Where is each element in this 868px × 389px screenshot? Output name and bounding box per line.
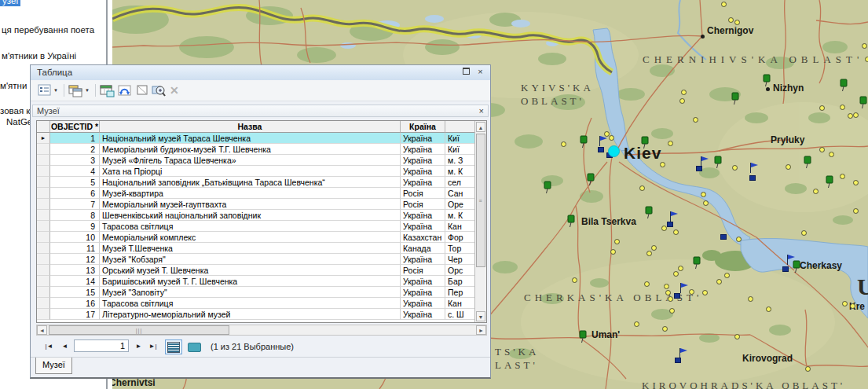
toc-layer-item[interactable]: узеї	[0, 0, 20, 6]
scroll-up-icon[interactable]: ▲	[476, 122, 485, 132]
table-row[interactable]: 12Музей "Кобзаря"УкраїнаЧер	[37, 254, 475, 265]
selector-header[interactable]	[37, 121, 50, 133]
museum-point-marker[interactable]	[572, 277, 577, 283]
table-row[interactable]: 16Тарасова світлицяУкраїнаКан	[37, 298, 475, 309]
blue-flag-marker[interactable]	[679, 282, 689, 294]
next-record-button[interactable]: ►	[132, 339, 145, 353]
row-selector-cell[interactable]	[37, 144, 50, 155]
toc-layer-item[interactable]: NatGe	[6, 117, 32, 127]
museum-point-marker[interactable]	[561, 141, 566, 147]
table-row[interactable]: 14Баришівський музей Т. Г. ШевченкаУкраї…	[37, 276, 475, 287]
horizontal-scrollbar[interactable]: ◄ ||| ►	[36, 325, 487, 336]
blue-square-marker[interactable]	[696, 166, 702, 171]
museum-point-marker[interactable]	[673, 229, 679, 235]
blue-flag-marker[interactable]	[668, 211, 679, 222]
last-record-button[interactable]: ►|	[146, 339, 159, 353]
table-row[interactable]: 8Шевченківський національний заповідникУ…	[37, 210, 475, 221]
museum-point-marker[interactable]	[801, 230, 807, 236]
museum-point-marker[interactable]	[848, 113, 853, 119]
row-selector-cell[interactable]	[37, 276, 50, 287]
museum-point-marker[interactable]	[662, 326, 668, 332]
row-selector-cell[interactable]	[37, 254, 50, 265]
blue-flag-marker[interactable]	[786, 254, 796, 266]
museum-point-marker[interactable]	[850, 303, 855, 309]
museum-point-marker[interactable]	[646, 251, 652, 256]
row-selector-cell[interactable]	[37, 309, 50, 320]
museum-point-marker[interactable]	[766, 306, 771, 312]
switch-selection-icon[interactable]	[117, 83, 134, 98]
museum-point-marker[interactable]	[728, 17, 734, 23]
row-selector-cell[interactable]	[37, 155, 50, 166]
museum-point-marker[interactable]	[862, 43, 867, 49]
row-selector-cell[interactable]	[37, 166, 50, 177]
museum-point-marker[interactable]	[634, 321, 639, 327]
museum-point-marker[interactable]	[829, 152, 834, 157]
green-pushpin-marker[interactable]	[691, 256, 701, 270]
row-selector-cell[interactable]	[37, 287, 50, 298]
museum-point-marker[interactable]	[865, 57, 868, 62]
museum-point-marker[interactable]	[819, 147, 825, 152]
column-header[interactable]	[445, 121, 475, 133]
vertical-scroll-thumb[interactable]: ≡	[476, 134, 485, 267]
table-row[interactable]: 13Орський музей Т. ШевченкаРосіяОрс	[37, 265, 475, 276]
table-options-icon[interactable]: ▼	[37, 83, 59, 97]
museum-point-marker[interactable]	[664, 284, 669, 289]
table-row[interactable]: 9Тарасова світлицяУкраїнаКан	[37, 221, 475, 232]
row-selector-cell[interactable]	[37, 221, 50, 232]
vertical-scrollbar[interactable]: ▲ ≡ ▼	[474, 121, 486, 322]
museum-point-marker[interactable]	[853, 180, 859, 185]
green-pushpin-marker[interactable]	[643, 206, 654, 219]
row-selector-cell[interactable]	[37, 199, 50, 210]
table-row[interactable]: 15Музей "Заповіту"УкраїнаПер	[37, 287, 475, 298]
green-pushpin-marker[interactable]	[761, 74, 771, 87]
green-pushpin-marker[interactable]	[824, 175, 834, 189]
table-row[interactable]: 2Меморіальний будинок-музей Т.Г. Шевченк…	[37, 144, 475, 155]
museum-point-marker[interactable]	[639, 185, 645, 191]
museum-point-marker[interactable]	[703, 200, 709, 206]
row-selector-cell[interactable]	[37, 210, 50, 221]
row-selector-cell[interactable]	[37, 265, 50, 276]
first-record-button[interactable]: |◄	[42, 339, 56, 353]
museum-point-marker[interactable]	[609, 135, 614, 141]
green-pushpin-marker[interactable]	[712, 156, 723, 169]
toc-layer-item[interactable]: ця перебування поета	[2, 25, 94, 35]
blue-square-marker[interactable]	[720, 234, 727, 240]
museum-point-marker[interactable]	[853, 208, 859, 214]
museum-point-marker[interactable]	[842, 301, 848, 306]
green-pushpin-marker[interactable]	[838, 79, 848, 92]
museum-point-marker[interactable]	[668, 141, 673, 146]
show-all-records-button[interactable]	[165, 339, 182, 354]
museum-point-marker[interactable]	[701, 192, 706, 197]
table-row[interactable]: 17Літературно-меморіальний музейУкраїнас…	[37, 309, 475, 320]
museum-point-marker[interactable]	[644, 281, 650, 287]
museum-point-marker[interactable]	[786, 164, 791, 170]
row-selector-cell[interactable]	[37, 298, 50, 309]
close-button[interactable]: ×	[475, 68, 485, 77]
green-pushpin-marker[interactable]	[858, 96, 868, 109]
window-titlebar[interactable]: Таблица ×	[31, 65, 490, 81]
blue-square-marker[interactable]	[782, 266, 789, 272]
museum-point-marker[interactable]	[614, 239, 620, 244]
zoom-to-selected-icon[interactable]	[151, 83, 167, 98]
blue-square-marker[interactable]	[675, 358, 681, 363]
column-header[interactable]: OBJECTID *	[50, 121, 100, 133]
row-selector-cell[interactable]	[37, 243, 50, 254]
green-pushpin-marker[interactable]	[730, 92, 740, 105]
museum-point-marker[interactable]	[673, 271, 679, 277]
blue-square-marker[interactable]	[667, 222, 673, 227]
blue-flag-marker[interactable]	[598, 135, 608, 147]
blue-square-marker[interactable]	[749, 175, 756, 181]
table-row[interactable]: ►1Національний музей Тараса ШевченкаУкра…	[37, 133, 475, 144]
museum-point-marker[interactable]	[678, 266, 683, 271]
toc-layer-item[interactable]: м'ятники в Україні	[2, 51, 76, 61]
museum-point-marker[interactable]	[610, 249, 616, 255]
museum-point-marker[interactable]	[679, 98, 685, 104]
museum-point-marker[interactable]	[840, 105, 845, 110]
museum-point-marker[interactable]	[689, 289, 694, 295]
table-row[interactable]: 4Хата на ПріорціУкраїнам. К	[37, 166, 475, 177]
scroll-right-icon[interactable]: ►	[476, 325, 486, 335]
related-tables-icon[interactable]: ▼	[68, 83, 90, 98]
clear-selection-icon[interactable]	[135, 83, 149, 97]
table-row[interactable]: 11Музей Т.ШевченкаКанадаТор	[37, 243, 475, 254]
blue-square-marker[interactable]	[598, 147, 604, 152]
